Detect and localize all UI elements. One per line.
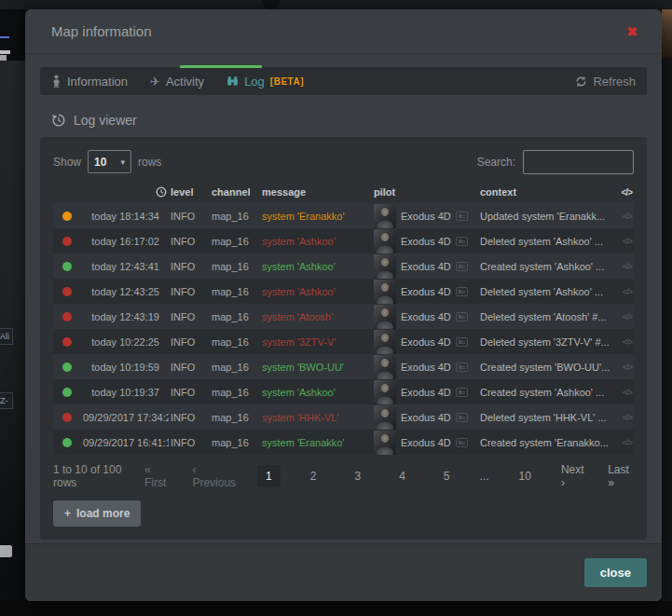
pagination-page-3[interactable]: 3 [346, 465, 369, 487]
pilot-avatar [374, 380, 396, 404]
close-button[interactable]: close [584, 558, 647, 587]
log-level: INFO [169, 211, 210, 222]
log-context: Deleted system '3ZTV-V' #... [478, 336, 617, 348]
pagination-page-2[interactable]: 2 [302, 465, 325, 487]
column-header-message[interactable]: message [260, 186, 372, 198]
load-more-button[interactable]: + load more [53, 500, 141, 527]
tab-activity[interactable]: ✈ Activity [150, 75, 204, 89]
close-icon[interactable]: ✖ [626, 25, 638, 38]
pilot-avatar [374, 330, 396, 354]
pilot-name: Exodus 4D [401, 211, 451, 222]
log-channel: map_16 [210, 286, 260, 297]
background-system-box: Z- [0, 392, 13, 409]
code-icon[interactable]: </> [617, 413, 634, 422]
pilot-name: Exodus 4D [401, 412, 451, 423]
modal-header: Map information ✖ [25, 9, 662, 54]
pagination-page-5[interactable]: 5 [435, 465, 459, 487]
rows-label: rows [138, 156, 161, 169]
modal-footer: close [25, 543, 662, 601]
table-row[interactable]: 09/29/2017 17:34:25 INFO map_16 system '… [53, 404, 634, 430]
table-row[interactable]: 09/29/2017 16:41:17 INFO map_16 system '… [53, 430, 634, 455]
pilot-avatar [374, 204, 396, 228]
log-level: INFO [169, 412, 210, 423]
background-panel-fragment [0, 9, 25, 61]
log-context: Created system 'Ashkoo' ... [478, 261, 617, 272]
column-header-pilot[interactable]: pilot [372, 186, 478, 198]
status-dot [62, 388, 72, 397]
pagination-page-4[interactable]: 4 [391, 465, 414, 487]
tab-information[interactable]: Information [51, 75, 128, 89]
background-ship-icon [0, 55, 7, 61]
pilot-avatar [374, 229, 396, 253]
code-icon[interactable]: </> [617, 212, 634, 221]
log-level: INFO [169, 437, 210, 448]
refresh-label: Refresh [593, 75, 636, 89]
log-context: Created system 'Ashkoo' ... [478, 387, 617, 398]
code-icon[interactable]: </> [617, 388, 634, 397]
pilot-name: Exodus 4D [401, 362, 451, 373]
table-row[interactable]: today 10:19:37 INFO map_16 system 'Ashko… [53, 379, 634, 404]
table-row[interactable]: today 16:17:02 INFO map_16 system 'Ashko… [53, 228, 634, 253]
log-level: INFO [169, 387, 210, 398]
table-row[interactable]: today 10:19:59 INFO map_16 system 'BWO-U… [53, 354, 634, 379]
log-context: Updated system 'Eranakk... [478, 211, 617, 222]
id-card-icon [456, 337, 468, 347]
column-header-context[interactable]: context [478, 186, 617, 198]
log-time: today 12:43:19 [81, 311, 169, 322]
log-time: today 10:19:37 [81, 387, 169, 398]
id-card-icon [456, 262, 468, 271]
tab-label: Log [244, 75, 265, 89]
refresh-button[interactable]: Refresh [575, 75, 636, 89]
pagination-page-1[interactable]: 1 [257, 465, 281, 487]
binoculars-icon [226, 75, 239, 88]
page-size-select[interactable]: 10 ▾ [88, 150, 131, 173]
code-icon[interactable]: </> [617, 312, 634, 322]
status-dot [62, 237, 72, 246]
table-row[interactable]: today 12:43:19 INFO map_16 system 'Atoos… [53, 304, 634, 329]
active-tab-indicator [180, 65, 262, 68]
pagination-info: 1 to 10 of 100 rows [53, 463, 144, 489]
log-message: system 'Ashkoo' [260, 261, 372, 272]
pagination-next[interactable]: Next › [561, 463, 586, 489]
column-header-time[interactable] [81, 186, 169, 198]
pagination-page-10[interactable]: 10 [511, 465, 540, 487]
code-icon[interactable]: </> [617, 262, 634, 271]
tab-log[interactable]: Log [BETA] [226, 75, 304, 89]
log-time: today 10:22:25 [81, 336, 169, 348]
log-context: Created system 'Eranakko... [478, 437, 617, 448]
pagination-previous[interactable]: ‹ Previous [192, 463, 236, 489]
column-header-level[interactable]: level [169, 186, 210, 198]
search-input[interactable] [523, 150, 634, 174]
pilot-avatar [374, 305, 396, 329]
pagination-first[interactable]: « First [144, 463, 171, 489]
plus-icon: + [64, 507, 71, 520]
pilot-name: Exodus 4D [401, 286, 451, 297]
pilot-avatar [374, 431, 396, 455]
code-icon[interactable]: </> [617, 363, 634, 372]
column-header-channel[interactable]: channel [210, 186, 260, 198]
code-icon[interactable]: </> [617, 237, 634, 246]
log-context: Created system 'BWO-UU'... [478, 362, 617, 373]
pilot-name: Exodus 4D [401, 437, 451, 448]
log-time: today 12:43:25 [81, 286, 169, 297]
id-card-icon [456, 438, 468, 447]
pagination-last[interactable]: Last » [608, 463, 634, 489]
code-icon[interactable]: </> [617, 438, 634, 447]
table-row[interactable]: today 18:14:34 INFO map_16 system 'Erana… [53, 203, 634, 228]
background-ship-icon [0, 50, 10, 54]
table-row[interactable]: today 10:22:25 INFO map_16 system '3ZTV-… [53, 329, 634, 354]
log-level: INFO [169, 362, 210, 373]
clock-icon [156, 186, 167, 198]
background-map-right [662, 9, 672, 601]
status-dot [62, 363, 72, 372]
log-viewer-heading: Log viewer [51, 113, 647, 128]
code-icon[interactable]: </> [617, 337, 634, 347]
log-time: today 18:14:34 [81, 211, 169, 222]
table-row[interactable]: today 12:43:41 INFO map_16 system 'Ashko… [53, 253, 634, 279]
code-icon[interactable]: </> [617, 287, 634, 296]
log-time: today 16:17:02 [81, 236, 169, 247]
status-dot [62, 312, 72, 322]
history-icon [51, 113, 66, 128]
table-row[interactable]: today 12:43:25 INFO map_16 system 'Ashko… [53, 279, 634, 304]
status-dot [62, 212, 72, 221]
